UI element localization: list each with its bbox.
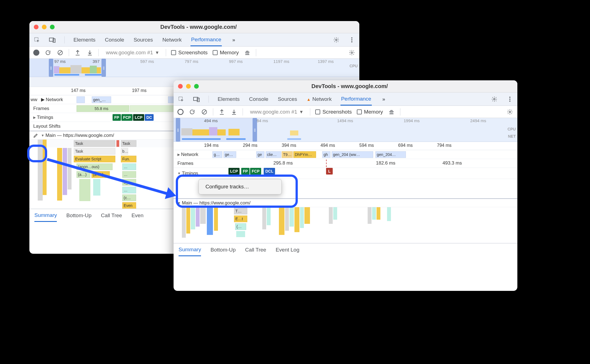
task-segment[interactable]: T… [234,208,247,214]
cpu-overview[interactable]: || 494 ms 94 ms 1494 ms 1994 ms 2494 ms … [174,118,517,142]
recording-select[interactable]: www.google.com #1▾ [104,49,161,56]
kebab-menu-icon[interactable] [348,36,355,43]
network-item[interactable]: DhPYm… [293,151,316,158]
summary-tab[interactable]: Summary [179,244,201,256]
event-log-tab[interactable]: Event Log [276,244,299,256]
tab-console[interactable]: Console [104,34,125,46]
close-window-button[interactable] [34,25,39,29]
anon-segment[interactable]: (… [235,223,246,230]
timing-badge-lcp[interactable]: LCP [133,114,144,121]
timing-badge-fcp[interactable]: FCP [250,168,261,175]
tab-performance[interactable]: Performance [190,34,222,46]
network-track-row[interactable]: ▶Network g… ge… ge clie… T9… DhPYm… gh g… [174,150,517,159]
frame-segment[interactable]: 55.8 ms [77,105,129,112]
main-track-row[interactable]: ▼Main — https://www.google.com/ [174,198,517,207]
settings-gear-icon[interactable] [491,96,498,103]
tab-network[interactable]: Network [162,34,182,46]
timings-track-row[interactable]: ▼Timings LCP FP FCP DCL L [174,168,517,179]
detail-ruler[interactable]: 194 ms 294 ms 394 ms 494 ms 594 ms 694 m… [174,142,517,150]
clear-icon[interactable] [57,49,64,56]
performance-toolbar: www.google.com #1▾ Screenshots Memory [29,47,359,59]
ruler-tick: 394 ms [282,143,296,148]
network-item[interactable]: gen_204 (ww… [332,151,373,158]
task-segment[interactable]: Task [74,148,115,155]
performance-toolbar: www.google.com #1▾ Screenshots Memory [174,106,517,118]
network-item[interactable]: T9… [282,151,293,158]
cpu-overview[interactable]: 97 ms 397 597 ms 797 ms 997 ms 1197 ms 1… [29,59,359,77]
download-icon[interactable] [86,49,93,56]
event-log-tab[interactable]: Even [131,210,143,221]
record-button[interactable] [33,50,39,56]
screenshots-checkbox[interactable]: Screenshots [171,50,208,56]
capture-settings-gear-icon[interactable] [506,108,513,116]
flame-chart[interactable]: T… E…t (… [174,207,517,243]
tab-performance[interactable]: Performance [340,93,372,106]
close-window-button[interactable] [178,84,183,89]
network-item[interactable]: clie… [266,151,281,158]
timing-badge-dcl[interactable]: DCL [264,168,275,175]
configure-tracks-item[interactable]: Configure tracks… [199,182,281,191]
recording-select[interactable]: www.google.com #1▾ [248,108,305,116]
overview-handle-right[interactable]: || [101,59,106,77]
tab-sources[interactable]: Sources [277,93,298,105]
network-item[interactable]: ge… [223,151,236,158]
js-segment[interactable]: b… [121,148,128,155]
summary-tab[interactable]: Summary [34,209,57,222]
memory-checkbox[interactable]: Memory [357,109,383,115]
garbage-collect-icon[interactable] [244,49,251,56]
device-toolbar-icon[interactable] [193,96,200,103]
window-title: DevTools - www.google.com/ [42,24,355,30]
device-toolbar-icon[interactable] [49,36,56,43]
kebab-menu-icon[interactable] [506,96,513,103]
bottom-up-tab[interactable]: Bottom-Up [66,210,91,221]
network-item[interactable]: gh [322,151,330,158]
tab-elements[interactable]: Elements [217,93,240,105]
overview-handle-left[interactable]: || [49,59,53,77]
task-segment[interactable]: Task [121,140,136,147]
ruler-tick: 694 ms [398,143,413,148]
timing-badge-dcl[interactable]: DC [145,114,154,121]
reload-record-icon[interactable] [189,108,196,116]
tab-network[interactable]: Network [306,93,332,105]
inspect-icon[interactable] [177,96,185,103]
panel-tabbar: Elements Console Sources Network Perform… [174,93,517,106]
call-tree-tab[interactable]: Call Tree [101,210,122,221]
download-icon[interactable] [230,108,238,116]
tracks-area: ▶Network g… ge… ge clie… T9… DhPYm… gh g… [174,150,517,243]
reload-record-icon[interactable] [44,49,52,56]
more-tabs-icon[interactable]: » [230,36,237,43]
timing-badge-fcp[interactable]: FCP [121,114,133,121]
track-context-menu[interactable]: Configure tracks… [199,179,282,194]
script-segment[interactable]: E…t [234,216,247,222]
frames-track-row[interactable]: Frames 295.8 ms 182.6 ms 493.3 ms [174,159,517,168]
record-button[interactable] [177,109,184,115]
capture-settings-gear-icon[interactable] [348,49,355,56]
tab-console[interactable]: Console [248,93,269,105]
network-item[interactable]: ge [256,151,265,158]
network-item[interactable]: gen_204… [375,151,406,158]
timing-badge-fp[interactable]: FP [241,168,250,175]
memory-checkbox[interactable]: Memory [213,50,239,56]
garbage-collect-icon[interactable] [388,108,395,116]
inspect-icon[interactable] [33,36,40,43]
edit-pencil-icon[interactable] [33,133,38,138]
upload-icon[interactable] [74,49,81,56]
timing-badge-lcp[interactable]: LCP [228,168,240,175]
task-segment[interactable]: Task [74,140,115,147]
ruler-tick: 194 ms [204,143,218,148]
tab-sources[interactable]: Sources [133,34,154,46]
evaluate-script-segment[interactable]: Evaluate Script [74,156,115,162]
screenshots-checkbox[interactable]: Screenshots [315,109,352,115]
timing-badge-fp[interactable]: FP [113,114,121,121]
function-segment[interactable]: Fun. [121,156,136,162]
bottom-up-tab[interactable]: Bottom-Up [210,244,236,256]
settings-gear-icon[interactable] [333,36,340,43]
timing-badge-l[interactable]: L [326,168,333,175]
network-item[interactable]: g… [212,151,222,158]
clear-icon[interactable] [201,108,208,116]
tab-elements[interactable]: Elements [73,34,96,46]
call-tree-tab[interactable]: Call Tree [245,244,266,256]
upload-icon[interactable] [218,108,225,116]
more-tabs-icon[interactable]: » [380,96,387,103]
svg-point-13 [509,96,510,98]
